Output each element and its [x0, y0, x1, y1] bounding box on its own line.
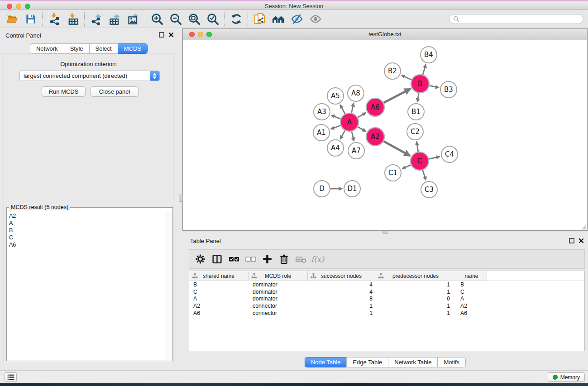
new-network-from-selection-icon[interactable]: [250, 11, 269, 27]
import-network-icon[interactable]: [45, 11, 63, 27]
result-item[interactable]: A: [9, 219, 167, 227]
edge-A6-B[interactable]: [384, 89, 411, 103]
edge-C-C2[interactable]: [416, 142, 418, 152]
gear-icon[interactable]: [192, 251, 209, 267]
split-divider-handle-bottom[interactable]: [382, 231, 388, 234]
node-B3[interactable]: B3: [440, 81, 457, 98]
edge-C-C3[interactable]: [423, 170, 426, 180]
zoom-fit-icon[interactable]: [185, 11, 203, 27]
network-graph[interactable]: ABCA6A2A1A3A4A5A7A8B1B2B3B4C1C2C3C4DD1: [183, 40, 587, 230]
search-input[interactable]: [449, 14, 583, 24]
add-icon[interactable]: [259, 251, 276, 267]
export-table-icon[interactable]: [105, 11, 124, 27]
result-item[interactable]: C: [9, 234, 167, 241]
zoom-selected-icon[interactable]: [203, 11, 222, 27]
cybrowser-home-icon[interactable]: [269, 11, 287, 27]
node-C1[interactable]: C1: [385, 165, 401, 181]
edge-B-B2[interactable]: [402, 75, 411, 80]
result-item[interactable]: A6: [9, 241, 167, 248]
tab-network[interactable]: Network: [30, 43, 64, 54]
node-A5[interactable]: A5: [327, 88, 344, 104]
close-panel-button[interactable]: Close panel: [91, 86, 139, 97]
float-table-panel-icon[interactable]: [569, 238, 574, 243]
show-graphics-details-icon[interactable]: [306, 11, 325, 27]
run-mcds-button[interactable]: Run MCDS: [42, 86, 86, 97]
edge-B-B3[interactable]: [430, 86, 439, 87]
close-panel-icon[interactable]: [168, 32, 174, 38]
edge-A-A8[interactable]: [352, 103, 354, 113]
criterion-dropdown[interactable]: largest connected component (directed): [19, 71, 160, 81]
tab-mcds[interactable]: MCDS: [118, 43, 148, 54]
tab-select[interactable]: Select: [89, 43, 118, 54]
column-icon[interactable]: [209, 251, 225, 267]
node-B1[interactable]: B1: [408, 104, 424, 120]
table-row[interactable]: Cdominator41C: [189, 288, 584, 295]
node-B2[interactable]: B2: [384, 63, 401, 79]
node-A8[interactable]: A8: [348, 85, 364, 101]
node-A3[interactable]: A3: [314, 104, 330, 120]
select-all-icon[interactable]: [225, 251, 242, 267]
refresh-icon[interactable]: [227, 11, 245, 27]
result-item[interactable]: B: [9, 227, 167, 234]
tab-edge-table[interactable]: Edge Table: [346, 357, 388, 367]
table-row[interactable]: Adominator80A: [189, 295, 584, 302]
edge-A-A3[interactable]: [331, 115, 341, 119]
node-D1[interactable]: D1: [344, 181, 360, 197]
node-A2[interactable]: A2: [366, 128, 384, 146]
column-header-shared-name[interactable]: shared name: [189, 271, 249, 281]
node-A7[interactable]: A7: [348, 143, 364, 159]
edge-A-A5[interactable]: [340, 105, 345, 114]
node-B[interactable]: B: [411, 75, 429, 93]
column-header-name[interactable]: name: [456, 271, 487, 281]
edge-A2-C[interactable]: [383, 141, 410, 156]
tab-network-table[interactable]: Network Table: [388, 357, 438, 367]
delete-icon[interactable]: [276, 251, 292, 267]
edge-A-A4[interactable]: [340, 130, 345, 139]
edge-A-A7[interactable]: [352, 131, 354, 141]
edge-A-A1[interactable]: [331, 125, 341, 129]
close-table-panel-icon[interactable]: [578, 238, 584, 243]
table-row[interactable]: A6connector11A6: [189, 310, 584, 317]
table-row[interactable]: A2connector11A2: [189, 302, 584, 310]
node-C[interactable]: C: [411, 152, 429, 170]
mcds-result-list[interactable]: A2ABCA6: [7, 211, 167, 360]
memory-button[interactable]: Memory: [548, 372, 585, 382]
resize-grip-icon[interactable]: [580, 224, 587, 230]
node-A1[interactable]: A1: [313, 124, 330, 141]
edge-A-A2[interactable]: [358, 127, 366, 131]
search-field[interactable]: [459, 16, 579, 22]
column-header-mcds-role[interactable]: MCDS role: [249, 271, 308, 281]
node-A4[interactable]: A4: [327, 140, 344, 156]
import-table-icon[interactable]: [63, 11, 82, 27]
node-C2[interactable]: C2: [407, 124, 423, 140]
column-header-successor-nodes[interactable]: successor nodes: [308, 271, 375, 281]
node-B4[interactable]: B4: [421, 47, 437, 63]
node-C4[interactable]: C4: [441, 146, 458, 162]
hide-graphics-details-icon[interactable]: [287, 11, 306, 27]
zoom-in-icon[interactable]: [148, 11, 166, 27]
tab-motifs[interactable]: Motifs: [437, 357, 466, 367]
split-divider-handle-left[interactable]: [179, 195, 183, 202]
tab-node-table[interactable]: Node Table: [305, 357, 347, 367]
result-scrollbar[interactable]: [167, 211, 172, 360]
node-D[interactable]: D: [314, 181, 330, 197]
node-A[interactable]: A: [340, 113, 359, 131]
node-A6[interactable]: A6: [366, 98, 384, 116]
save-session-icon[interactable]: [21, 11, 40, 27]
deselect-all-icon[interactable]: [242, 251, 259, 267]
edge-C-C1[interactable]: [402, 165, 411, 169]
open-session-icon[interactable]: [3, 11, 21, 27]
edge-C-C4[interactable]: [429, 157, 440, 159]
network-canvas[interactable]: ABCA6A2A1A3A4A5A7A8B1B2B3B4C1C2C3C4DD1: [183, 40, 587, 230]
export-network-icon[interactable]: [87, 11, 105, 27]
float-panel-icon[interactable]: [159, 32, 164, 38]
edge-A-A6[interactable]: [358, 113, 366, 118]
edge-B-B4[interactable]: [423, 64, 426, 75]
task-history-button[interactable]: [5, 372, 17, 382]
tab-style[interactable]: Style: [64, 43, 90, 54]
export-image-icon[interactable]: [124, 11, 143, 27]
column-header-predecessor-nodes[interactable]: predecessor nodes: [375, 271, 456, 281]
table-row[interactable]: Bdominator41B: [189, 281, 584, 288]
zoom-out-icon[interactable]: [166, 11, 185, 27]
result-item[interactable]: A2: [9, 212, 167, 219]
